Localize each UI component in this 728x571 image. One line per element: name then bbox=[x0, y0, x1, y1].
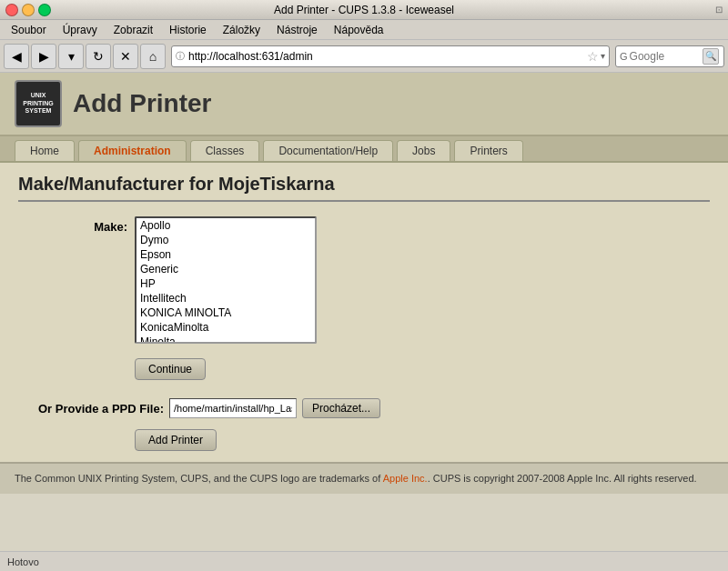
forward-button[interactable]: ▶ bbox=[31, 44, 56, 69]
search-bar[interactable]: G 🔍 bbox=[615, 45, 724, 67]
make-option-konicaminolta[interactable]: KonicaMinolta bbox=[136, 320, 315, 335]
footer: The Common UNIX Printing System, CUPS, a… bbox=[0, 462, 728, 494]
make-option-generic[interactable]: Generic bbox=[136, 262, 315, 276]
search-input[interactable] bbox=[630, 50, 703, 63]
cups-header: UNIXPRINTINGSYSTEM Add Printer bbox=[0, 73, 728, 136]
back-icon: ◀ bbox=[12, 49, 22, 64]
menu-upravy[interactable]: Úpravy bbox=[56, 22, 105, 38]
browser-content: UNIXPRINTINGSYSTEM Add Printer Home Admi… bbox=[0, 73, 728, 551]
history-dropdown-button[interactable]: ▾ bbox=[58, 44, 84, 69]
browser-window: Add Printer - CUPS 1.3.8 - Iceweasel ⊡ S… bbox=[0, 0, 728, 571]
make-listbox[interactable]: Apollo Dymo Epson Generic HP Intellitech… bbox=[135, 216, 317, 344]
page-title: Make/Manufacturer for MojeTiskarna bbox=[18, 174, 710, 202]
menu-zobrazit[interactable]: Zobrazit bbox=[106, 22, 160, 38]
make-label: Make: bbox=[18, 216, 127, 234]
make-option-hp[interactable]: HP bbox=[136, 276, 315, 291]
tab-administration[interactable]: Administration bbox=[78, 140, 187, 161]
stop-icon: ✕ bbox=[120, 49, 131, 64]
make-form-section: Make: Apollo Dymo Epson Generic HP Intel… bbox=[18, 216, 710, 380]
make-option-apollo[interactable]: Apollo bbox=[136, 218, 315, 233]
titlebar: Add Printer - CUPS 1.3.8 - Iceweasel ⊡ bbox=[0, 0, 728, 20]
forward-icon: ▶ bbox=[39, 49, 49, 64]
menu-napoveda[interactable]: Nápověda bbox=[327, 22, 391, 38]
menu-historie[interactable]: Historie bbox=[162, 22, 214, 38]
reload-button[interactable]: ↻ bbox=[86, 44, 111, 69]
chevron-down-icon: ▾ bbox=[68, 49, 75, 64]
status-text: Hotovo bbox=[7, 556, 39, 567]
tab-printers[interactable]: Printers bbox=[454, 140, 522, 161]
menubar: Soubor Úpravy Zobrazit Historie Záložky … bbox=[0, 20, 728, 40]
home-button[interactable]: ⌂ bbox=[140, 44, 166, 69]
bookmark-star-icon: ☆ bbox=[587, 49, 599, 64]
make-option-dymo[interactable]: Dymo bbox=[136, 233, 315, 247]
address-input[interactable] bbox=[188, 50, 585, 63]
make-option-konica-minolta[interactable]: KONICA MINOLTA bbox=[136, 306, 315, 320]
ppd-row: Or Provide a PPD File: Procházet... bbox=[18, 398, 710, 418]
make-option-epson[interactable]: Epson bbox=[136, 247, 315, 262]
browse-button[interactable]: Procházet... bbox=[302, 398, 380, 418]
menu-zalozky[interactable]: Záložky bbox=[216, 22, 268, 38]
tab-documentation-help[interactable]: Documentation/Help bbox=[263, 140, 393, 161]
tab-jobs[interactable]: Jobs bbox=[397, 140, 450, 161]
menu-nastroje[interactable]: Nástroje bbox=[269, 22, 325, 38]
footer-text-2: . CUPS is copyright 2007-2008 Apple Inc.… bbox=[428, 473, 697, 484]
main-content: Make/Manufacturer for MojeTiskarna Make:… bbox=[0, 163, 728, 462]
stop-button[interactable]: ✕ bbox=[113, 44, 138, 69]
lock-icon: ⓘ bbox=[176, 50, 185, 63]
cups-title: Add Printer bbox=[73, 89, 211, 118]
footer-text-1: The Common UNIX Printing System, CUPS, a… bbox=[15, 473, 383, 484]
home-icon: ⌂ bbox=[149, 49, 157, 64]
add-printer-button[interactable]: Add Printer bbox=[135, 429, 217, 451]
toolbar: ◀ ▶ ▾ ↻ ✕ ⌂ ⓘ ☆ ▾ G 🔍 bbox=[0, 40, 728, 73]
reload-icon: ↻ bbox=[93, 49, 104, 64]
minimize-button[interactable] bbox=[22, 4, 35, 16]
cups-logo-text: UNIXPRINTINGSYSTEM bbox=[23, 92, 53, 115]
statusbar: Hotovo bbox=[0, 551, 728, 571]
ppd-file-input[interactable] bbox=[169, 398, 297, 418]
nav-tabs: Home Administration Classes Documentatio… bbox=[0, 136, 728, 163]
tab-classes[interactable]: Classes bbox=[190, 140, 260, 161]
dropdown-arrow-icon: ▾ bbox=[601, 51, 605, 61]
ppd-label: Or Provide a PPD File: bbox=[18, 402, 164, 416]
address-bar[interactable]: ⓘ ☆ ▾ bbox=[171, 45, 610, 67]
apple-link[interactable]: Apple Inc. bbox=[383, 473, 428, 484]
tab-home[interactable]: Home bbox=[15, 140, 75, 161]
google-g-icon: G bbox=[620, 51, 628, 62]
search-icon: 🔍 bbox=[705, 51, 716, 61]
make-option-minolta[interactable]: Minolta bbox=[136, 335, 315, 344]
window-title: Add Printer - CUPS 1.3.8 - Iceweasel bbox=[274, 4, 454, 16]
back-button[interactable]: ◀ bbox=[4, 44, 29, 69]
menu-soubor[interactable]: Soubor bbox=[4, 22, 54, 38]
resize-handle: ⊡ bbox=[715, 5, 723, 15]
cups-logo: UNIXPRINTINGSYSTEM bbox=[15, 80, 62, 127]
close-button[interactable] bbox=[5, 4, 18, 16]
titlebar-buttons bbox=[5, 4, 51, 16]
search-button[interactable]: 🔍 bbox=[703, 48, 719, 65]
maximize-button[interactable] bbox=[38, 4, 51, 16]
make-row: Make: Apollo Dymo Epson Generic HP Intel… bbox=[18, 216, 710, 344]
continue-button[interactable]: Continue bbox=[135, 358, 206, 380]
make-option-intellitech[interactable]: Intellitech bbox=[136, 291, 315, 306]
